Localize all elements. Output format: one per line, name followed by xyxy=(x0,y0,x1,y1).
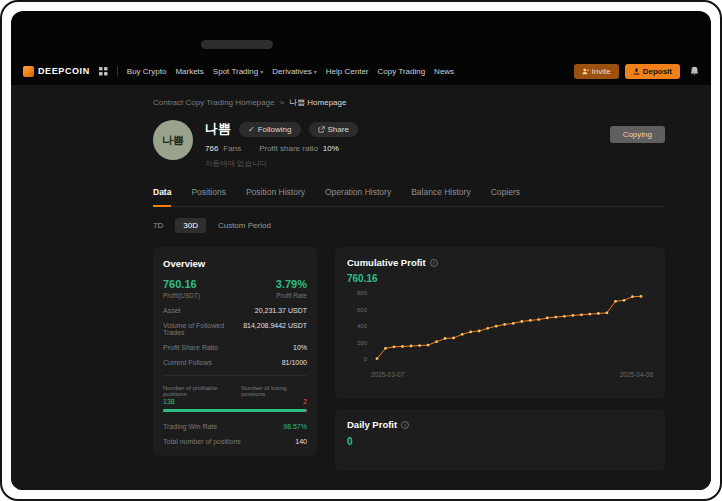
browser-tab-placeholder xyxy=(201,40,273,49)
positions-labels: Number of profitable positions Number of… xyxy=(163,385,307,397)
deposit-button[interactable]: Deposit xyxy=(625,64,680,79)
tab-operation-history[interactable]: Operation History xyxy=(325,187,391,206)
deposit-arrow-icon xyxy=(633,68,640,75)
following-label: Following xyxy=(258,125,292,134)
period-filter: 7D 30D Custom Period xyxy=(153,218,711,233)
overview-row-volume: Volume of Followed Trades 814,208.9442 U… xyxy=(163,322,307,336)
win-rate-label: Trading Win Rate xyxy=(163,423,217,430)
apps-grid-icon[interactable] xyxy=(99,67,108,76)
svg-text:200: 200 xyxy=(357,340,368,346)
cumulative-profit-title: Cumulative Profit xyxy=(347,257,426,268)
breadcrumb-parent-link[interactable]: Contract Copy Trading Homepage xyxy=(153,98,274,107)
row-label: Asset xyxy=(163,307,181,314)
row-value: 81/1000 xyxy=(282,359,307,366)
profit-share-value: 10% xyxy=(323,144,339,153)
fans-label: Fans xyxy=(223,144,241,153)
breadcrumb-separator: > xyxy=(279,98,284,107)
cumulative-profit-value: 760.16 xyxy=(347,273,653,284)
tab-data[interactable]: Data xyxy=(153,187,171,207)
stats-cards: Overview 760.16 Profit(USDT) 3.79% Profi… xyxy=(153,247,711,471)
trader-stats: 766 Fans Profit share ratio 10% xyxy=(205,144,358,153)
check-icon: ✓ xyxy=(248,125,255,134)
copying-button[interactable]: Copying xyxy=(610,126,665,143)
period-custom[interactable]: Custom Period xyxy=(218,221,271,230)
overview-card: Overview 760.16 Profit(USDT) 3.79% Profi… xyxy=(153,247,317,456)
tab-balance-history[interactable]: Balance History xyxy=(411,187,471,206)
nav-derivatives[interactable]: Derivatives▾ xyxy=(272,67,317,76)
tab-copiers[interactable]: Copiers xyxy=(491,187,520,206)
chevron-down-icon: ▾ xyxy=(260,68,263,75)
nav-spot-trading[interactable]: Spot Trading▾ xyxy=(213,67,263,76)
charts-column: Cumulative Profit i 760.16 0200400600800… xyxy=(335,247,665,471)
win-loss-bar xyxy=(163,409,307,412)
browser-top-bar xyxy=(11,11,711,57)
nav-markets[interactable]: Markets xyxy=(175,67,203,76)
row-label: Volume of Followed Trades xyxy=(163,322,239,336)
win-rate-row: Trading Win Rate 98.57% xyxy=(163,423,307,430)
outer-frame: DEEPCOIN Buy Crypto Markets Spot Trading… xyxy=(0,0,722,501)
chart-area: 0200400600800 xyxy=(347,287,653,371)
overview-row-share-ratio: Profit Share Ratio 10% xyxy=(163,344,307,351)
chart-x-axis: 2025-03-07 2025-04-06 xyxy=(347,371,653,378)
total-positions-row: Total number of positions 140 xyxy=(163,438,307,445)
deepcoin-logo[interactable]: DEEPCOIN xyxy=(23,66,90,77)
profit-share-label: Profit share ratio xyxy=(259,144,318,153)
overview-row-asset: Asset 20,231.37 USDT xyxy=(163,307,307,314)
daily-profit-card: Daily Profit i 0 xyxy=(335,409,665,471)
app-window: DEEPCOIN Buy Crypto Markets Spot Trading… xyxy=(11,11,711,490)
cumulative-profit-card: Cumulative Profit i 760.16 0200400600800… xyxy=(335,247,665,399)
nav-news[interactable]: News xyxy=(434,67,454,76)
tab-positions[interactable]: Positions xyxy=(191,187,226,206)
profit-rate-value: 3.79% xyxy=(276,278,307,290)
nav-copy-trading[interactable]: Copy Trading xyxy=(378,67,426,76)
breadcrumb: Contract Copy Trading Homepage > 나쁨 Home… xyxy=(153,97,711,108)
profile-main: 나쁨 ✓ Following Share 766 Fans xyxy=(205,120,358,169)
info-icon[interactable]: i xyxy=(430,259,438,267)
overview-row-follows: Current Follows 81/1000 xyxy=(163,359,307,366)
daily-profit-title: Daily Profit xyxy=(347,419,397,430)
profit-value: 760.16 xyxy=(163,278,200,290)
row-label: Profit Share Ratio xyxy=(163,344,218,351)
trader-profile: 나쁨 나쁨 ✓ Following Share 7 xyxy=(153,120,665,169)
info-icon[interactable]: i xyxy=(401,421,409,429)
trader-name: 나쁨 xyxy=(205,120,231,138)
profitable-label: Number of profitable positions xyxy=(163,385,237,397)
svg-text:400: 400 xyxy=(357,323,368,329)
trader-note: 자동매매 없습니다 xyxy=(205,159,358,169)
x-axis-start-label: 2025-03-07 xyxy=(371,371,404,378)
nav-buy-crypto[interactable]: Buy Crypto xyxy=(127,67,167,76)
row-value: 814,208.9442 USDT xyxy=(243,322,307,336)
period-7d[interactable]: 7D xyxy=(153,221,163,230)
profit-label: Profit(USDT) xyxy=(163,292,200,299)
logo-text: DEEPCOIN xyxy=(38,66,90,76)
period-30d[interactable]: 30D xyxy=(175,218,206,233)
x-axis-end-label: 2025-04-06 xyxy=(620,371,653,378)
invite-button[interactable]: Invite xyxy=(574,64,619,79)
nav-help-center[interactable]: Help Center xyxy=(326,67,369,76)
nav-derivatives-label: Derivatives xyxy=(272,67,312,76)
cumulative-profit-chart: 0200400600800 xyxy=(347,287,649,367)
row-value: 20,231.37 USDT xyxy=(255,307,307,314)
total-positions-label: Total number of positions xyxy=(163,438,241,445)
svg-text:800: 800 xyxy=(357,290,368,296)
nav-spot-trading-label: Spot Trading xyxy=(213,67,258,76)
chevron-down-icon: ▾ xyxy=(314,68,317,75)
losing-count: 2 xyxy=(303,398,307,405)
following-button[interactable]: ✓ Following xyxy=(239,122,301,137)
bell-icon[interactable] xyxy=(690,66,699,76)
top-navbar: DEEPCOIN Buy Crypto Markets Spot Trading… xyxy=(11,57,711,85)
page-content: Contract Copy Trading Homepage > 나쁨 Home… xyxy=(11,85,711,490)
svg-text:600: 600 xyxy=(357,307,368,313)
profitable-count: 138 xyxy=(163,398,175,405)
win-bar-fill xyxy=(163,409,305,412)
profit-rate-label: Profit Rate xyxy=(276,292,307,299)
share-button[interactable]: Share xyxy=(309,122,358,137)
fans-count: 766 xyxy=(205,144,218,153)
share-label: Share xyxy=(328,125,349,134)
total-positions-value: 140 xyxy=(295,438,307,445)
deposit-label: Deposit xyxy=(643,67,672,76)
daily-profit-value: 0 xyxy=(347,436,653,447)
share-icon xyxy=(318,126,325,133)
nav-divider xyxy=(117,66,118,76)
tab-position-history[interactable]: Position History xyxy=(246,187,305,206)
